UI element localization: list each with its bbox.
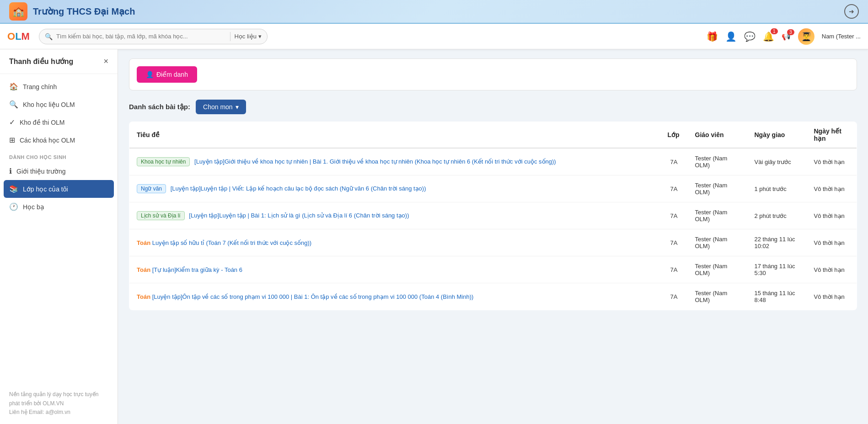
search-icon: 🔍 [9,100,18,109]
cell-deadline: Vô thời hạn [807,175,857,202]
cell-teacher: Tester (Nam OLM) [688,256,747,283]
top-banner-right: ➜ [844,4,859,19]
cell-deadline: Vô thời hạn [807,283,857,310]
homework-link[interactable]: Luyện tập số hữu tỉ (Toán 7 (Kết nối tri… [152,239,311,246]
cell-assigned-date: 22 tháng 11 lúc 10:02 [747,229,807,256]
search-input[interactable] [56,33,226,40]
notification-badge-1: 1 [771,28,778,34]
cell-class: 7A [660,283,688,310]
sidebar-close-icon[interactable]: × [103,57,108,66]
cell-teacher: Tester (Nam OLM) [688,175,747,202]
sidebar-item-label: Lớp học của tôi [23,186,68,193]
homework-section-label: Danh sách bài tập: [129,103,190,111]
chevron-down-icon: ▾ [258,33,262,40]
attendance-button[interactable]: 👤 Điểm danh [137,66,197,83]
notification-badge-2: 3 [787,29,794,35]
col-header-assigned: Ngày giao [747,122,807,148]
person-icon: 👤 [146,71,154,78]
sidebar-item-trang-chinh[interactable]: 🏠 Trang chính [0,78,118,95]
avatar[interactable]: 👨‍🎓 [798,28,814,45]
subject-tag: Khoa học tự nhiên [137,157,190,166]
sidebar-item-label: Kho học liệu OLM [23,101,75,108]
school-logo-icon: 🏫 [9,2,27,21]
table-row: Ngữ văn [Luyện tập]Luyện tập | Viết: Lập… [129,175,857,202]
chon-mon-button[interactable]: Chon mon ▾ [196,100,246,114]
sidebar-item-label: Trang chính [23,83,57,90]
table-row: Toán Luyện tập số hữu tỉ (Toán 7 (Kết nố… [129,229,857,256]
notification-icon-btn[interactable]: 🔔 1 [763,31,774,42]
homework-link[interactable]: [Luyện tập]Ôn tập về các số trong phạm v… [152,293,474,300]
main-layout: Thanh điều hướng × 🏠 Trang chính 🔍 Kho h… [0,49,868,424]
navigate-icon[interactable]: ➜ [844,4,859,19]
cell-class: 7A [660,229,688,256]
sidebar-item-gioi-thieu-truong[interactable]: ℹ Giới thiệu trường [0,162,118,180]
search-filter-dropdown[interactable]: Học liệu ▾ [234,33,262,40]
sidebar-header: Thanh điều hướng × [0,49,118,74]
homework-link[interactable]: [Tự luận]Kiểm tra giữa kỳ - Toán 6 [152,266,242,273]
homework-section: Danh sách bài tập: Chon mon ▾ Tiêu đề Lớ… [129,100,857,310]
sidebar-item-label: Các khoá học OLM [20,137,75,144]
sidebar-section-label: DÀNH CHO HỌC SINH [0,149,118,162]
col-header-deadline: Ngày hết hạn [807,122,857,148]
sidebar-item-label: Giới thiệu trường [16,168,66,175]
search-bar[interactable]: 🔍 Học liệu ▾ [39,29,268,44]
sidebar-title: Thanh điều hướng [9,57,73,66]
cell-class: 7A [660,175,688,202]
sidebar-item-cac-khoa-hoc[interactable]: ⊞ Các khoá học OLM [0,131,118,149]
user-icon-btn[interactable]: 👤 [725,31,737,42]
sidebar-item-kho-hoc-lieu[interactable]: 🔍 Kho học liệu OLM [0,95,118,113]
cell-title: Khoa học tự nhiên [Luyện tập]Giới thiệu … [129,148,660,175]
subject-label: Toán [137,239,150,246]
home-icon: 🏠 [9,82,18,91]
cell-assigned-date: 15 tháng 11 lúc 8:48 [747,283,807,310]
homework-link[interactable]: [Luyện tập]Luyện tập | Viết: Lập kế hoạc… [171,185,426,192]
table-row: Toán [Luyện tập]Ôn tập về các số trong p… [129,283,857,310]
attendance-card: 👤 Điểm danh [129,58,857,90]
table-row: Khoa học tự nhiên [Luyện tập]Giới thiệu … [129,148,857,175]
cell-assigned-date: Vài giây trước [747,148,807,175]
info-icon: ℹ [9,167,12,175]
cell-class: 7A [660,202,688,229]
cell-assigned-date: 17 tháng 11 lúc 5:30 [747,256,807,283]
chat-icon-btn[interactable]: 💬 [744,31,755,42]
sidebar-nav: 🏠 Trang chính 🔍 Kho học liệu OLM ✓ Kho đ… [0,74,118,219]
subject-label: Toán [137,293,150,300]
olm-logo: OLM [7,31,30,42]
homework-link[interactable]: [Luyện tập]Giới thiệu về khoa học tự nhi… [194,158,556,165]
cell-assigned-date: 2 phút trước [747,202,807,229]
homework-table: Tiêu đề Lớp Giáo viên Ngày giao Ngày hết… [129,122,857,310]
clock-icon: 🕐 [9,202,18,211]
school-name: Trường THCS Đại Mạch [33,6,135,17]
subject-label: Toán [137,266,150,273]
search-divider [230,32,230,41]
footer-line1: Nền tảng quản lý dạy học trực tuyến [9,390,108,399]
gift-icon-btn[interactable]: 🎁 [707,31,718,42]
sidebar: Thanh điều hướng × 🏠 Trang chính 🔍 Kho h… [0,49,118,424]
chevron-down-icon: ▾ [236,103,239,111]
sidebar-item-lop-hoc-cua-toi[interactable]: 📚 Lớp học của tôi [4,180,114,198]
subject-tag: Lịch sử và Địa lí [137,211,185,220]
sidebar-item-hoc-ba[interactable]: 🕐 Học bạ [0,198,118,216]
cell-deadline: Vô thời hạn [807,256,857,283]
col-header-title: Tiêu đề [129,122,660,148]
cell-deadline: Vô thời hạn [807,202,857,229]
footer-line3: Liên hệ Email: a@olm.vn [9,408,108,417]
subject-tag: Ngữ văn [137,184,166,193]
navbar-actions: 🎁 👤 💬 🔔 1 📢 3 👨‍🎓 Nam (Tester ... [707,28,861,45]
cell-class: 7A [660,148,688,175]
homework-header: Danh sách bài tập: Chon mon ▾ [129,100,857,114]
bell-icon-btn[interactable]: 📢 3 [782,32,791,41]
cell-title: Toán [Tự luận]Kiểm tra giữa kỳ - Toán 6 [129,256,660,283]
sidebar-item-label: Học bạ [23,203,44,211]
cell-teacher: Tester (Nam OLM) [688,202,747,229]
cell-deadline: Vô thời hạn [807,229,857,256]
sidebar-item-label: Kho đề thi OLM [20,119,65,126]
sidebar-item-kho-de-thi[interactable]: ✓ Kho đề thi OLM [0,113,118,131]
cell-assigned-date: 1 phút trước [747,175,807,202]
cell-title: Toán Luyện tập số hữu tỉ (Toán 7 (Kết nố… [129,229,660,256]
footer-line2: phát triển bởi OLM.VN [9,399,108,408]
homework-link[interactable]: [Luyện tập]Luyện tập | Bài 1: Lịch sử là… [189,212,409,219]
checkcircle-icon: ✓ [9,118,15,127]
user-name-label[interactable]: Nam (Tester ... [822,33,861,40]
cell-teacher: Tester (Nam OLM) [688,283,747,310]
